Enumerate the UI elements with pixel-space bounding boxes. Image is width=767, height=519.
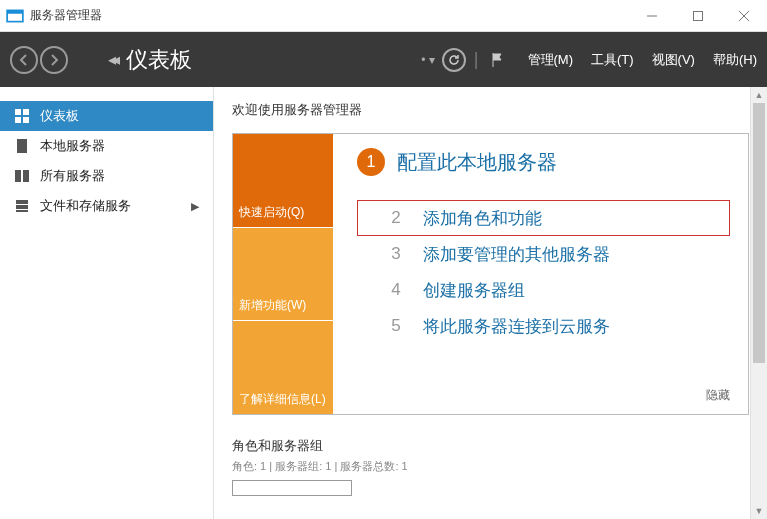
step-add-servers[interactable]: 3 添加要管理的其他服务器: [357, 236, 730, 272]
menu-view[interactable]: 视图(V): [652, 51, 695, 69]
forward-button[interactable]: [40, 46, 68, 74]
sidebar-item-all-servers[interactable]: 所有服务器: [0, 161, 213, 191]
step-label: 配置此本地服务器: [397, 149, 557, 176]
back-button[interactable]: [10, 46, 38, 74]
svg-rect-12: [23, 170, 29, 182]
tab-quick-start[interactable]: 快速启动(Q): [233, 134, 333, 227]
titlebar: 服务器管理器: [0, 0, 767, 32]
tab-label: 了解详细信息(L): [239, 391, 326, 408]
ribbon: ◂◂ 仪表板 • ▾ | 管理(M) 工具(T) 视图(V) 帮助(H): [0, 32, 767, 87]
tab-label: 新增功能(W): [239, 297, 306, 314]
sidebar: 仪表板 本地服务器 所有服务器 文件和存储服务 ▶: [0, 87, 214, 519]
app-icon: [6, 7, 24, 25]
welcome-tile: 快速启动(Q) 新增功能(W) 了解详细信息(L) 1 配置此本地服务器 2 添…: [232, 133, 749, 415]
svg-rect-13: [16, 200, 28, 204]
sidebar-item-local-server[interactable]: 本地服务器: [0, 131, 213, 161]
step-configure-local[interactable]: 1 配置此本地服务器: [357, 148, 730, 176]
svg-rect-3: [694, 11, 703, 20]
welcome-heading: 欢迎使用服务器管理器: [214, 87, 767, 133]
sidebar-item-label: 本地服务器: [40, 137, 105, 155]
svg-rect-1: [7, 10, 23, 13]
svg-rect-7: [23, 109, 29, 115]
step-create-group[interactable]: 4 创建服务器组: [357, 272, 730, 308]
chevron-right-icon: ▶: [191, 200, 199, 213]
menu-manage[interactable]: 管理(M): [528, 51, 574, 69]
hide-link[interactable]: 隐藏: [706, 387, 730, 404]
notifications-flag-icon[interactable]: [487, 52, 507, 68]
roles-heading: 角色和服务器组: [232, 437, 749, 455]
tab-whats-new[interactable]: 新增功能(W): [233, 227, 333, 321]
close-button[interactable]: [721, 0, 767, 32]
servers-icon: [14, 168, 30, 184]
refresh-button[interactable]: [442, 48, 466, 72]
tab-label: 快速启动(Q): [239, 204, 304, 221]
svg-rect-8: [15, 117, 21, 123]
sidebar-item-label: 所有服务器: [40, 167, 105, 185]
step-label: 添加角色和功能: [423, 207, 542, 230]
window-title: 服务器管理器: [30, 7, 629, 24]
dashboard-icon: [14, 108, 30, 124]
sidebar-item-label: 仪表板: [40, 107, 79, 125]
scrollbar-thumb[interactable]: [753, 103, 765, 363]
separator: |: [474, 49, 479, 70]
step-connect-cloud[interactable]: 5 将此服务器连接到云服务: [357, 308, 730, 344]
sidebar-item-file-storage[interactable]: 文件和存储服务 ▶: [0, 191, 213, 221]
breadcrumb-chevrons-icon: ◂◂: [108, 50, 116, 69]
step-label: 将此服务器连接到云服务: [423, 315, 610, 338]
svg-rect-10: [17, 139, 27, 153]
sidebar-item-dashboard[interactable]: 仪表板: [0, 101, 213, 131]
svg-rect-9: [23, 117, 29, 123]
svg-rect-11: [15, 170, 21, 182]
menu-help[interactable]: 帮助(H): [713, 51, 757, 69]
scroll-up-icon[interactable]: ▲: [751, 87, 767, 103]
maximize-button[interactable]: [675, 0, 721, 32]
content-area: 欢迎使用服务器管理器 快速启动(Q) 新增功能(W) 了解详细信息(L) 1 配…: [214, 87, 767, 519]
vertical-scrollbar[interactable]: ▲ ▼: [750, 87, 767, 519]
step-number: 4: [385, 280, 407, 300]
step-number-badge: 1: [357, 148, 385, 176]
minimize-button[interactable]: [629, 0, 675, 32]
step-number: 2: [385, 208, 407, 228]
step-add-roles[interactable]: 2 添加角色和功能: [357, 200, 730, 236]
storage-icon: [14, 198, 30, 214]
server-icon: [14, 138, 30, 154]
step-number: 5: [385, 316, 407, 336]
roles-tile-partial: [232, 480, 352, 496]
step-number: 3: [385, 244, 407, 264]
step-label: 添加要管理的其他服务器: [423, 243, 610, 266]
svg-rect-15: [16, 210, 28, 212]
dropdown-indicator[interactable]: • ▾: [421, 53, 435, 67]
scroll-down-icon[interactable]: ▼: [751, 503, 767, 519]
step-label: 创建服务器组: [423, 279, 525, 302]
menu-tools[interactable]: 工具(T): [591, 51, 634, 69]
svg-rect-14: [16, 205, 28, 209]
tab-learn-more[interactable]: 了解详细信息(L): [233, 320, 333, 414]
window-controls: [629, 0, 767, 32]
svg-rect-6: [15, 109, 21, 115]
roles-subtitle: 角色: 1 | 服务器组: 1 | 服务器总数: 1: [232, 459, 749, 474]
sidebar-item-label: 文件和存储服务: [40, 197, 131, 215]
page-title: 仪表板: [126, 45, 192, 75]
